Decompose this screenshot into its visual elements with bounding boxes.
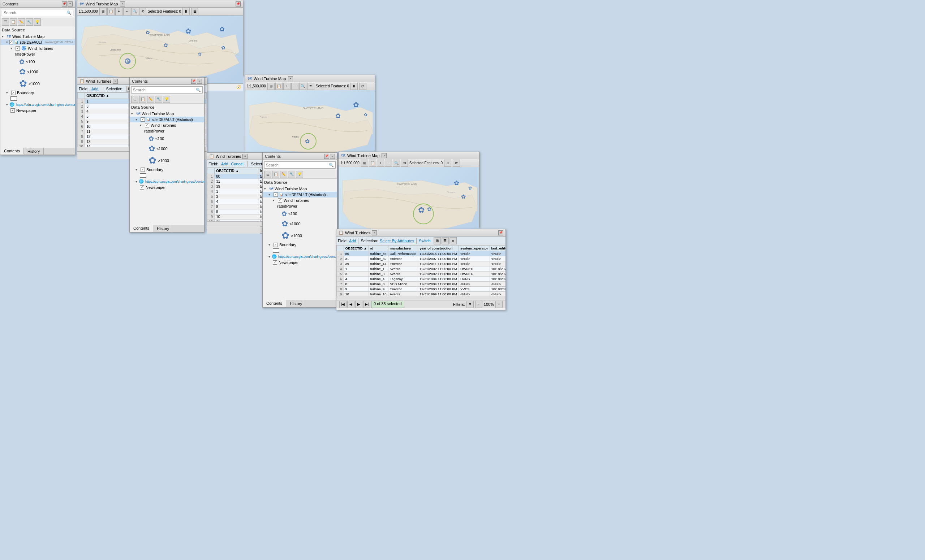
- tree-boundary-2[interactable]: ▾ Boundary: [130, 167, 204, 173]
- table-tool-3a[interactable]: ⊞: [434, 237, 441, 245]
- tb-btn-2e[interactable]: 💡: [163, 96, 170, 103]
- tree-map-item-3[interactable]: ▾ 🗺 Wind Turbine Map: [263, 186, 337, 192]
- map-tool-3b[interactable]: 📋: [369, 159, 376, 167]
- map-tool-3f[interactable]: ⟲: [401, 159, 408, 167]
- col-objectid-3[interactable]: OBJECTID ▲: [343, 246, 369, 251]
- tree-boundary-3[interactable]: ▾ Boundary: [263, 242, 337, 248]
- map-tool-3c[interactable]: +: [377, 159, 384, 167]
- map-pause-3[interactable]: ⏸: [444, 159, 451, 167]
- tree-url-2[interactable]: ▾ 🌐 https://cdn.arcgis.com/sharing/rest/…: [130, 179, 204, 185]
- tb-btn-1e[interactable]: 💡: [34, 18, 41, 26]
- tb-btn-2c[interactable]: ✏️: [147, 96, 154, 103]
- map-tool-2b[interactable]: 📋: [275, 83, 283, 90]
- add-link-3[interactable]: Add: [349, 239, 356, 243]
- search-input-3[interactable]: [266, 163, 329, 167]
- tb-btn-1d[interactable]: 🔧: [26, 18, 33, 26]
- add-link-1[interactable]: Add: [92, 87, 99, 91]
- map-layers-1[interactable]: ☰: [191, 8, 198, 15]
- pin-button-2[interactable]: 📌: [191, 79, 196, 84]
- newspaper-checkbox-3[interactable]: [273, 260, 277, 265]
- cancel-link-2[interactable]: Cancel: [231, 162, 243, 166]
- tab-contents-1[interactable]: Contents: [0, 148, 24, 155]
- table-row[interactable]: 7 8 turbine_8 NEG Micon 12/31/2004 11:00…: [337, 282, 506, 287]
- layer-checkbox-1[interactable]: [9, 40, 13, 44]
- map-close-3[interactable]: ×: [381, 153, 387, 158]
- map-tool-2a[interactable]: ⊞: [267, 83, 275, 90]
- boundary-checkbox-3[interactable]: [274, 243, 278, 247]
- col-date-3[interactable]: last_edited_date: [490, 246, 506, 251]
- newspaper-checkbox-1[interactable]: [11, 108, 15, 113]
- tab-history-3[interactable]: History: [286, 300, 306, 307]
- layer-checkbox-2[interactable]: [140, 117, 145, 122]
- tree-newspaper-1[interactable]: Newspaper: [0, 108, 75, 113]
- tb-btn-3a[interactable]: ☰: [264, 171, 271, 178]
- nav-prev-3[interactable]: ◀: [347, 301, 354, 308]
- tb-btn-2a[interactable]: ☰: [131, 96, 139, 103]
- add-link-2[interactable]: Add: [221, 162, 228, 166]
- table-tool-3b[interactable]: ☰: [441, 237, 449, 245]
- close-button-2[interactable]: ×: [197, 79, 202, 84]
- table-pin-3[interactable]: 📌: [498, 230, 503, 236]
- close-button-3[interactable]: ×: [330, 154, 335, 159]
- map-refresh-2[interactable]: ⟳: [359, 83, 366, 90]
- map-tool-2d[interactable]: −: [291, 83, 298, 90]
- table-row[interactable]: 8 9 turbine_9 Enercor 12/31/2003 11:00:0…: [337, 287, 506, 292]
- search-bar-2[interactable]: 🔍: [131, 86, 203, 93]
- map-pause-1[interactable]: ⏸: [182, 8, 190, 15]
- map-tool-1f[interactable]: ⟲: [139, 8, 146, 15]
- pin-button-3[interactable]: 📌: [324, 154, 329, 159]
- tb-btn-1b[interactable]: 📋: [10, 18, 17, 26]
- tree-group-3[interactable]: ▾ Wind Turbines: [263, 198, 337, 203]
- close-button-1[interactable]: ×: [68, 2, 72, 6]
- map-tool-1e[interactable]: 🔍: [131, 8, 139, 15]
- group-checkbox-2[interactable]: [145, 123, 149, 128]
- tb-btn-1c[interactable]: ✏️: [18, 18, 25, 26]
- tree-map-item-2[interactable]: ▾ 🗺 Wind Turbine Map: [130, 111, 204, 117]
- nav-last-3[interactable]: ▶|: [363, 301, 371, 308]
- tree-boundary-1[interactable]: ▾ Boundary: [0, 90, 75, 96]
- tb-btn-2b[interactable]: 📋: [139, 96, 146, 103]
- table-row[interactable]: 1 80 turbine_86 Dali Performance 12/31/2…: [337, 251, 506, 256]
- map-tool-1b[interactable]: 📋: [107, 8, 114, 15]
- boundary-checkbox-1[interactable]: [11, 91, 15, 95]
- table-tool-3c[interactable]: ≡: [449, 237, 457, 245]
- map-tool-3d[interactable]: −: [385, 159, 392, 167]
- search-input-1[interactable]: [4, 11, 66, 15]
- layer-checkbox-3[interactable]: [274, 192, 278, 197]
- tree-newspaper-2[interactable]: Newspaper: [130, 185, 204, 190]
- map-tool-2e[interactable]: 🔍: [299, 83, 306, 90]
- nav-first-3[interactable]: |◀: [339, 301, 346, 308]
- map-tool-2f[interactable]: ⟲: [307, 83, 314, 90]
- table-row[interactable]: 9 10 turbine_10 Aventa 12/31/1999 11:00:…: [337, 292, 506, 296]
- newspaper-checkbox-2[interactable]: [140, 185, 144, 189]
- tree-group-2[interactable]: ▾ Wind Turbines: [130, 122, 204, 128]
- tab-contents-3[interactable]: Contents: [263, 300, 286, 307]
- boundary-checkbox-2[interactable]: [140, 168, 145, 172]
- zoom-minus-3[interactable]: −: [475, 301, 482, 308]
- tree-layer-3[interactable]: ▾ 📊 sde.DEFAULT (Historical) - [End phas…: [263, 192, 337, 198]
- select-by-attrs-3[interactable]: Select By Attributes: [380, 239, 414, 243]
- h-scroll-3[interactable]: [336, 296, 506, 300]
- search-bar-1[interactable]: 🔍: [2, 9, 73, 16]
- map-tool-1a[interactable]: ⊞: [99, 8, 107, 15]
- tree-url-3[interactable]: ▾ 🌐 https://cdn.arcgis.com/sharing/rest/…: [263, 254, 337, 260]
- tb-btn-3c[interactable]: ✏️: [280, 171, 287, 178]
- table-row[interactable]: 6 4 turbine_4 Lagerwy 12/31/1994 11:00:0…: [337, 276, 506, 282]
- col-objectid-2[interactable]: OBJECTID ▲: [215, 168, 258, 174]
- table-row[interactable]: 2 31 turbine_32 Enercor 12/31/2007 11:00…: [337, 256, 506, 261]
- tree-layer-1[interactable]: ▾ 📊 sde.DEFAULT (Historical) - [End phas…: [0, 39, 75, 45]
- map-tool-3a[interactable]: ⊞: [361, 159, 368, 167]
- table-close-1[interactable]: ×: [113, 79, 118, 84]
- map-close-1[interactable]: ×: [120, 2, 125, 6]
- table-row[interactable]: 3 39 turbine_41 Enercor 12/31/2011 11:00…: [337, 261, 506, 266]
- col-year-3[interactable]: year of construction: [418, 246, 458, 251]
- pin-button-1[interactable]: 📌: [62, 2, 67, 6]
- map-pause-2[interactable]: ⏸: [351, 83, 358, 90]
- map-tool-1d[interactable]: −: [123, 8, 130, 15]
- tree-group-1[interactable]: ▾ 🌀 Wind Turbines: [0, 45, 75, 51]
- tb-btn-1a[interactable]: ☰: [2, 18, 9, 26]
- tb-btn-2d[interactable]: 🔧: [155, 96, 162, 103]
- table-scroll-3[interactable]: OBJECTID ▲ id manufacturer year of const…: [336, 245, 506, 296]
- tb-btn-3e[interactable]: 💡: [296, 171, 303, 178]
- map-pin-1[interactable]: 📌: [236, 2, 241, 6]
